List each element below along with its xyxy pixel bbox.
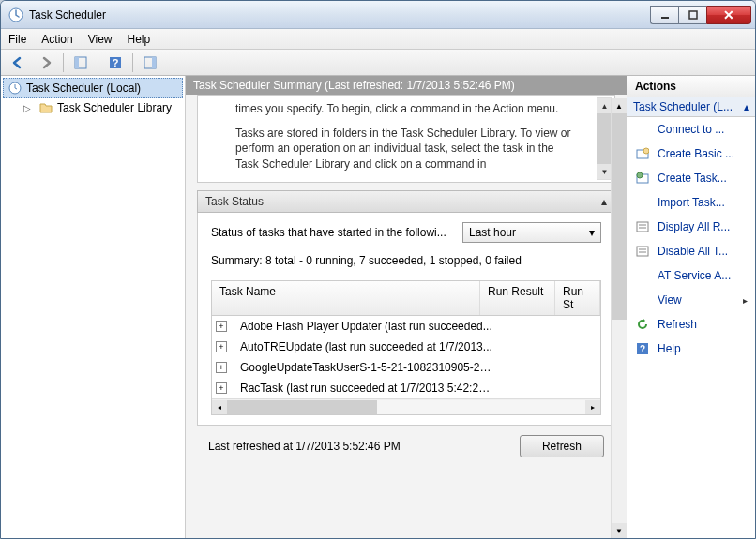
table-row[interactable]: +GoogleUpdateTaskUserS-1-5-21-1082310905… [212,357,600,378]
toolbar-separator [132,53,133,72]
back-button[interactable] [7,52,29,73]
forward-button[interactable] [35,52,57,73]
expand-icon[interactable]: + [216,382,227,394]
scroll-down-icon[interactable]: ▼ [597,164,612,179]
action-label: Help [658,342,681,355]
collapse-icon[interactable]: ▴ [744,100,749,113]
svg-text:?: ? [113,57,119,68]
status-filter-row: Status of tasks that have started in the… [211,222,601,243]
task-table: Task Name Run Result Run St +Adobe Flash… [211,280,601,415]
table-row[interactable]: +Adobe Flash Player Updater (last run su… [212,316,600,337]
blank-icon [635,292,650,307]
center-pane: Task Scheduler Summary (Last refreshed: … [186,76,627,538]
expand-icon[interactable]: + [216,362,227,373]
tree-root[interactable]: Task Scheduler (Local) [3,78,183,98]
toolbar-separator [98,53,98,72]
scroll-right-icon[interactable]: ▸ [585,400,600,414]
svg-point-11 [643,148,649,154]
blank-icon [635,268,650,283]
task-icon [635,171,650,186]
h-scrollbar[interactable]: ◂ ▸ [212,398,600,414]
action-at-service[interactable]: AT Service A... [627,263,755,288]
titlebar[interactable]: Task Scheduler ✕ [1,1,755,29]
action-view[interactable]: View▸ [627,288,755,312]
svg-rect-4 [75,57,79,68]
center-body: times you specify. To begin, click a com… [186,95,627,538]
svg-rect-14 [637,222,648,232]
tree-child-label: Task Scheduler Library [57,101,172,114]
action-refresh[interactable]: Refresh [627,312,755,337]
help-icon: ? [635,341,650,356]
scroll-thumb[interactable] [597,113,612,164]
tree-child[interactable]: ▷ Task Scheduler Library [3,98,183,117]
scroll-left-icon[interactable]: ◂ [212,400,227,414]
table-row[interactable]: +AutoTREUpdate (last run succeeded at 1/… [212,337,600,357]
svg-text:?: ? [640,344,645,354]
svg-point-13 [637,172,643,178]
action-connect[interactable]: Connect to ... [627,117,755,142]
action-import[interactable]: Import Task... [627,190,755,215]
scroll-track[interactable] [227,400,585,414]
center-scrollbar[interactable]: ▲ ▼ [611,98,627,538]
action-display-all[interactable]: Display All R... [627,215,755,239]
expand-icon[interactable]: + [216,341,227,352]
app-icon [8,7,23,22]
table-body: +Adobe Flash Player Updater (last run su… [212,316,600,398]
toolbar-separator [63,53,64,72]
action-label: Create Basic ... [658,147,734,160]
task-status-header[interactable]: Task Status ▴ [197,190,615,213]
scroll-thumb[interactable] [227,400,377,414]
action-label: AT Service A... [658,269,731,282]
col-run-result[interactable]: Run Result [480,281,555,315]
submenu-arrow-icon: ▸ [743,295,748,306]
action-create-task[interactable]: Create Task... [627,166,755,190]
scroll-track[interactable] [612,320,627,523]
tree-expand-icon[interactable]: ▷ [23,103,35,113]
svg-rect-8 [152,57,156,68]
col-run-start[interactable]: Run St [555,281,600,315]
overview-text-2: Tasks are stored in folders in the Task … [235,126,577,172]
scroll-up-icon[interactable]: ▲ [612,98,627,113]
action-help[interactable]: ?Help [627,337,755,361]
menubar: File Action View Help [1,29,755,50]
task-basic-icon [635,146,650,161]
tree-pane[interactable]: Task Scheduler (Local) ▷ Task Scheduler … [1,76,186,538]
menu-action[interactable]: Action [41,33,72,46]
maximize-button[interactable] [678,6,706,24]
footer-row: Last refreshed at 1/7/2013 5:52:46 PM Re… [197,426,615,467]
toolbar: ? [1,50,755,76]
overview-box: times you specify. To begin, click a com… [197,95,615,183]
chevron-down-icon: ▾ [589,226,595,239]
close-button[interactable]: ✕ [706,6,751,24]
time-range-dropdown[interactable]: Last hour ▾ [462,222,601,243]
table-row[interactable]: +RacTask (last run succeeded at 1/7/2013… [212,378,600,398]
action-disable-all[interactable]: Disable All T... [627,239,755,263]
help-button[interactable]: ? [104,52,127,73]
actions-group-header[interactable]: Task Scheduler (L... ▴ [627,97,755,117]
list-icon [635,244,650,259]
scroll-up-icon[interactable]: ▲ [597,98,612,113]
menu-view[interactable]: View [88,33,113,46]
show-hide-action-button[interactable] [139,52,161,73]
minimize-button[interactable] [650,6,678,24]
window: Task Scheduler ✕ File Action View Help ?… [0,0,756,539]
col-task-name[interactable]: Task Name [212,281,480,315]
blank-icon [635,122,650,137]
body: Task Scheduler (Local) ▷ Task Scheduler … [1,76,755,538]
summary-header: Task Scheduler Summary (Last refreshed: … [186,76,627,95]
actions-header: Actions [627,76,755,97]
refresh-button[interactable]: Refresh [520,435,604,457]
scroll-down-icon[interactable]: ▼ [612,523,627,538]
collapse-icon[interactable]: ▴ [601,195,607,208]
menu-help[interactable]: Help [128,33,151,46]
show-hide-tree-button[interactable] [69,52,92,73]
action-create-basic[interactable]: Create Basic ... [627,142,755,166]
folder-icon [38,100,53,115]
scroll-thumb[interactable] [612,113,627,320]
tree-root-label: Task Scheduler (Local) [26,82,141,95]
task-status-box: Status of tasks that have started in the… [197,213,615,426]
menu-file[interactable]: File [8,33,26,46]
expand-icon[interactable]: + [216,321,227,332]
status-filter-label: Status of tasks that have started in the… [211,226,455,239]
actions-pane: Actions Task Scheduler (L... ▴ Connect t… [627,76,755,538]
